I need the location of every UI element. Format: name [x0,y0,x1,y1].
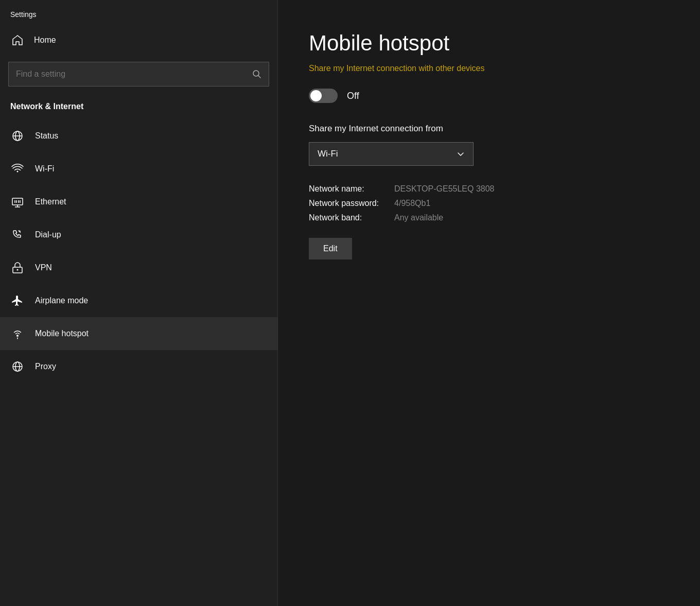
hotspot-toggle[interactable] [309,89,338,103]
proxy-icon [10,359,25,374]
search-icon [252,70,261,79]
sidebar-item-airplane-label: Airplane mode [35,296,88,305]
toggle-knob [310,90,322,101]
sidebar-item-ethernet[interactable]: Ethernet [0,185,277,218]
main-content: Mobile hotspot Share my Internet connect… [278,0,700,606]
network-password-value: 4/958Qb1 [394,199,669,208]
hotspot-icon [10,326,25,341]
svg-rect-5 [12,198,23,205]
chevron-down-icon [457,150,465,158]
search-wrapper [0,57,277,97]
svg-point-13 [17,269,19,271]
sidebar-item-ethernet-label: Ethernet [35,197,66,206]
dialup-icon [10,228,25,242]
sidebar-item-wifi-label: Wi-Fi [35,164,54,174]
network-name-value: DESKTOP-GE55LEQ 3808 [394,184,669,194]
wifi-icon [10,162,25,176]
sidebar-item-dialup[interactable]: Dial-up [0,218,277,251]
network-band-label: Network band: [309,213,379,222]
sidebar-item-proxy[interactable]: Proxy [0,350,277,383]
sidebar-item-dialup-label: Dial-up [35,230,61,239]
sidebar-item-airplane[interactable]: Airplane mode [0,284,277,317]
ethernet-icon [10,195,25,209]
vpn-icon [10,261,25,275]
sidebar-item-status[interactable]: Status [0,119,277,152]
dropdown-value: Wi-Fi [318,149,338,159]
connection-source-section: Share my Internet connection from Wi-Fi [309,124,669,166]
sidebar-item-proxy-label: Proxy [35,362,56,371]
network-password-label: Network password: [309,199,379,208]
sidebar-item-wifi[interactable]: Wi-Fi [0,152,277,185]
search-container[interactable] [8,62,269,86]
network-band-value: Any available [394,213,669,222]
toggle-row: Off [309,89,669,103]
app-title: Settings [0,0,277,24]
sidebar-item-home[interactable]: Home [0,24,277,57]
section-title: Network & Internet [0,97,277,119]
sidebar-item-hotspot-label: Mobile hotspot [35,329,89,338]
status-icon [10,129,25,143]
airplane-icon [10,293,25,308]
share-from-label: Share my Internet connection from [309,124,669,134]
page-title: Mobile hotspot [309,31,669,56]
svg-line-1 [258,76,261,78]
network-info: Network name: DESKTOP-GE55LEQ 3808 Netwo… [309,184,669,222]
sidebar-item-hotspot[interactable]: Mobile hotspot [0,317,277,350]
sidebar-item-status-label: Status [35,131,58,141]
sidebar-item-vpn[interactable]: VPN [0,251,277,284]
home-label: Home [34,36,56,45]
svg-point-14 [16,335,19,337]
subtitle-link[interactable]: Share my Internet connection with other … [309,64,669,73]
network-name-label: Network name: [309,184,379,194]
toggle-label: Off [347,91,359,101]
connection-source-dropdown[interactable]: Wi-Fi [309,142,474,166]
home-icon [10,33,25,47]
sidebar: Settings Home Network & Internet [0,0,278,606]
search-input[interactable] [16,70,247,79]
edit-button[interactable]: Edit [309,238,352,259]
sidebar-item-vpn-label: VPN [35,263,52,272]
